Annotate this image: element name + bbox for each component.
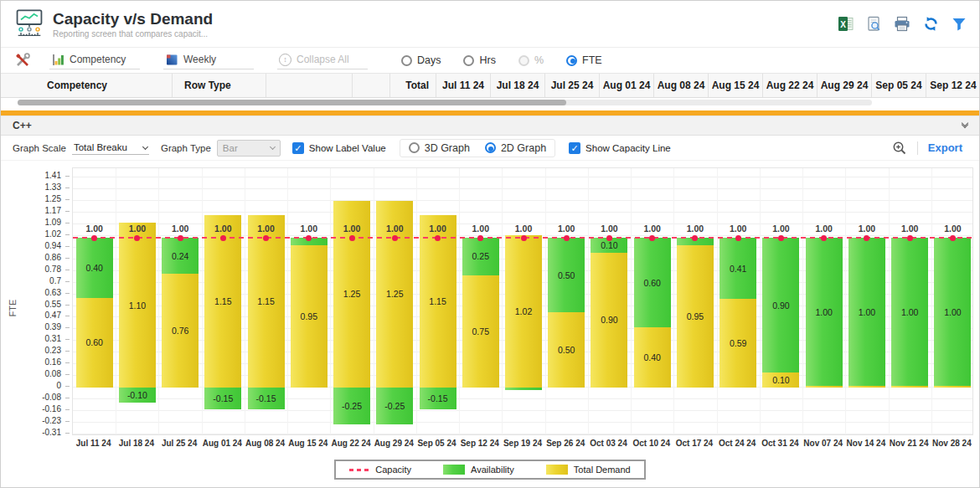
availability-bar-segment[interactable] [420,388,456,410]
weekly-dropdown[interactable]: Weekly [163,51,254,69]
y-tick-label: -0.23 [1,416,61,425]
demand-bar-segment[interactable] [420,215,456,387]
refresh-icon[interactable] [922,16,939,33]
table-header: CompetencyRow TypeTotalJul 11 24Jul 18 2… [1,73,979,98]
demand-bar-segment[interactable] [162,274,199,388]
demand-bar-segment[interactable] [248,215,285,387]
unit-radio-label: FTE [582,54,602,66]
table-header-cell: Row Type [173,74,266,97]
y-tick-label: -0.08 [1,393,61,402]
availability-bar-segment[interactable] [248,388,285,410]
y-tick-mark [65,398,70,398]
table-header-date-cell: Aug 15 24 [709,74,763,97]
demand-bar-segment[interactable] [806,386,843,388]
demand-bar-segment[interactable] [934,386,971,388]
tools-icon[interactable] [14,52,31,69]
horizontal-scrollbar[interactable] [18,100,872,105]
toolbar: Competency Weekly ↕ Collapse All DaysHrs… [1,48,979,73]
x-axis-label: Oct 24 24 [716,439,759,448]
show-label-value-label: Show Label Value [309,143,386,153]
availability-bar-segment[interactable] [762,238,799,372]
graph-scale-dropdown[interactable]: Total Breaku [72,141,149,155]
availability-bar-segment[interactable] [548,238,585,312]
gridline-h [73,410,972,411]
y-tick-mark [65,421,70,422]
capacity-value-label: 1.00 [417,223,459,234]
show-label-value-checkbox[interactable]: ✓ Show Label Value [292,142,386,154]
2d-graph-radio[interactable]: 2D Graph [485,142,546,154]
availability-bar-segment[interactable] [76,238,113,297]
demand-bar-segment[interactable] [204,215,241,387]
availability-bar-segment[interactable] [891,238,928,387]
y-tick-label: 1.33 [1,182,61,192]
availability-bar-segment[interactable] [333,388,370,425]
x-axis-label: Oct 03 24 [587,439,630,448]
header-text: Capacity v/s Demand Reporting screen tha… [53,10,213,39]
demand-bar-segment[interactable] [677,245,714,388]
demand-bar-segment[interactable] [548,312,585,387]
availability-bar-segment[interactable] [119,388,156,403]
availability-bar-segment[interactable] [848,238,885,387]
unit-radio-hrs[interactable]: Hrs [463,54,495,66]
capacity-point [220,235,226,241]
y-tick-mark [65,386,70,387]
x-axis-label: Sep 05 24 [415,439,458,448]
filter-icon[interactable] [951,16,967,33]
availability-bar-segment[interactable] [634,238,671,327]
gridline-v [760,168,761,434]
y-tick-label: 1.17 [1,206,61,215]
legend-box: CapacityAvailabilityTotal Demand [334,460,645,480]
scrollbar-thumb[interactable] [18,100,566,105]
demand-bar-segment[interactable] [76,298,113,388]
print-icon[interactable] [894,16,910,33]
unit-radio-label: % [534,54,544,66]
demand-bar-segment[interactable] [720,299,756,387]
availability-bar-segment[interactable] [204,388,241,410]
demand-bar-segment[interactable] [505,235,542,388]
y-tick-mark [65,223,70,223]
x-axis-label: Aug 29 24 [373,439,415,448]
gridline-v [845,168,846,434]
capacity-point [735,235,741,241]
capacity-point [392,235,398,241]
unit-radio-fte[interactable]: FTE [566,54,602,66]
availability-bar-segment[interactable] [462,238,499,275]
y-tick-mark [65,281,70,282]
demand-bar-segment[interactable] [462,275,499,388]
availability-bar-segment[interactable] [720,238,756,299]
print-preview-icon[interactable] [865,16,882,33]
zoom-in-icon[interactable] [892,141,907,156]
section-header[interactable]: C++ [1,116,979,136]
demand-bar-segment[interactable] [848,386,885,388]
export-button[interactable]: Export [928,141,962,154]
demand-bar-segment[interactable] [891,386,928,388]
availability-bar-segment[interactable] [376,388,413,425]
demand-bar-segment[interactable] [762,372,799,388]
competency-dropdown[interactable]: Competency [49,51,140,69]
y-tick-mark [65,433,70,434]
unit-radio-label: Days [417,54,441,66]
y-tick-label: 0.94 [1,241,61,250]
gridline-v [245,168,245,434]
availability-bar-segment[interactable] [934,238,971,387]
excel-export-icon[interactable]: X [837,16,854,33]
unit-radio-group: DaysHrs%FTE [401,54,602,66]
availability-bar-segment[interactable] [505,388,542,391]
chevron-down-icon [270,144,276,150]
x-axis-label: Sep 19 24 [501,439,544,448]
table-header-date-cell: Aug 22 24 [763,74,818,97]
y-tick-label: 1.25 [1,194,61,203]
demand-bar-segment[interactable] [591,253,627,388]
unit-radio-days[interactable]: Days [401,54,441,66]
y-tick-label: 1.02 [1,229,61,239]
availability-bar-segment[interactable] [806,238,843,387]
demand-bar-segment[interactable] [291,245,328,388]
collapse-section-icon[interactable] [962,121,967,127]
gridline-v [631,168,632,434]
3d-graph-radio[interactable]: 3D Graph [409,142,470,154]
demand-bar-segment[interactable] [634,327,671,387]
show-capacity-line-checkbox[interactable]: ✓ Show Capacity Line [569,142,671,154]
demand-bar-segment[interactable] [119,223,156,387]
collapse-all-label: Collapse All [297,54,349,65]
availability-bar-segment[interactable] [162,238,199,274]
